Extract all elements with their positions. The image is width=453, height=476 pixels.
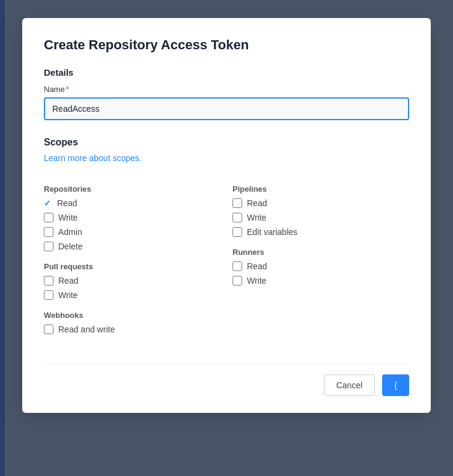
run-write-label: Write <box>247 276 266 285</box>
pipe-read-checkbox[interactable] <box>233 198 242 208</box>
left-column: Repositories ✓ Read Write Admin <box>44 185 220 345</box>
right-column: Pipelines Read Write <box>233 185 409 345</box>
repo-delete-checkbox[interactable] <box>44 242 53 251</box>
pipelines-group: Pipelines Read Write <box>233 185 409 237</box>
required-indicator: * <box>66 85 69 94</box>
pipe-write-checkbox[interactable] <box>233 213 242 222</box>
repo-delete-label: Delete <box>58 242 82 251</box>
webhooks-label: Webhooks <box>44 311 220 320</box>
pull-requests-group: Pull requests Read Write <box>44 262 220 300</box>
learn-more-link[interactable]: Learn more about scopes. <box>44 153 142 163</box>
repo-delete-item: Delete <box>44 242 220 251</box>
runners-group: Runners Read Write <box>233 248 409 285</box>
scopes-section-label: Scopes <box>44 137 409 148</box>
pr-read-item: Read <box>44 276 220 285</box>
name-field-label: Name* <box>44 85 409 94</box>
dialog-footer: Cancel { <box>44 364 409 396</box>
run-read-item: Read <box>233 261 409 271</box>
wh-read-write-label: Read and write <box>58 325 115 334</box>
name-input[interactable] <box>44 97 409 120</box>
run-read-checkbox[interactable] <box>233 261 242 271</box>
pipe-edit-vars-label: Edit variables <box>247 227 297 237</box>
pr-read-checkbox[interactable] <box>44 276 53 285</box>
repo-write-label: Write <box>58 213 78 222</box>
pr-write-label: Write <box>58 290 78 300</box>
repo-read-item: ✓ Read <box>44 198 220 208</box>
repo-write-checkbox[interactable] <box>44 213 53 222</box>
repo-write-item: Write <box>44 213 220 222</box>
pipe-write-label: Write <box>247 213 266 222</box>
repo-read-check-icon: ✓ <box>44 198 51 208</box>
pipe-edit-vars-item: Edit variables <box>233 227 409 237</box>
left-accent <box>0 0 5 476</box>
run-write-checkbox[interactable] <box>233 276 242 285</box>
pipelines-label: Pipelines <box>233 185 409 194</box>
wh-read-write-checkbox[interactable] <box>44 325 53 334</box>
repo-admin-item: Admin <box>44 227 220 237</box>
wh-read-write-item: Read and write <box>44 325 220 334</box>
pull-requests-label: Pull requests <box>44 262 220 271</box>
repo-read-label: Read <box>57 198 77 208</box>
repositories-label: Repositories <box>44 185 220 194</box>
repositories-group: Repositories ✓ Read Write Admin <box>44 185 220 251</box>
pipe-edit-vars-checkbox[interactable] <box>233 227 242 237</box>
pipe-write-item: Write <box>233 213 409 222</box>
pr-read-label: Read <box>58 276 78 285</box>
cancel-button[interactable]: Cancel <box>324 374 375 396</box>
run-write-item: Write <box>233 276 409 285</box>
create-button[interactable]: { <box>382 374 409 396</box>
repo-admin-checkbox[interactable] <box>44 227 53 237</box>
webhooks-group: Webhooks Read and write <box>44 311 220 334</box>
pipe-read-label: Read <box>247 198 267 208</box>
scopes-grid: Repositories ✓ Read Write Admin <box>44 185 409 345</box>
repo-admin-label: Admin <box>58 227 82 237</box>
runners-label: Runners <box>233 248 409 257</box>
create-token-dialog: Create Repository Access Token Details N… <box>22 18 431 413</box>
details-section-label: Details <box>44 67 409 78</box>
pipe-read-item: Read <box>233 198 409 208</box>
pr-write-checkbox[interactable] <box>44 290 53 300</box>
run-read-label: Read <box>247 261 267 271</box>
dialog-title: Create Repository Access Token <box>44 37 409 53</box>
pr-write-item: Write <box>44 290 220 300</box>
